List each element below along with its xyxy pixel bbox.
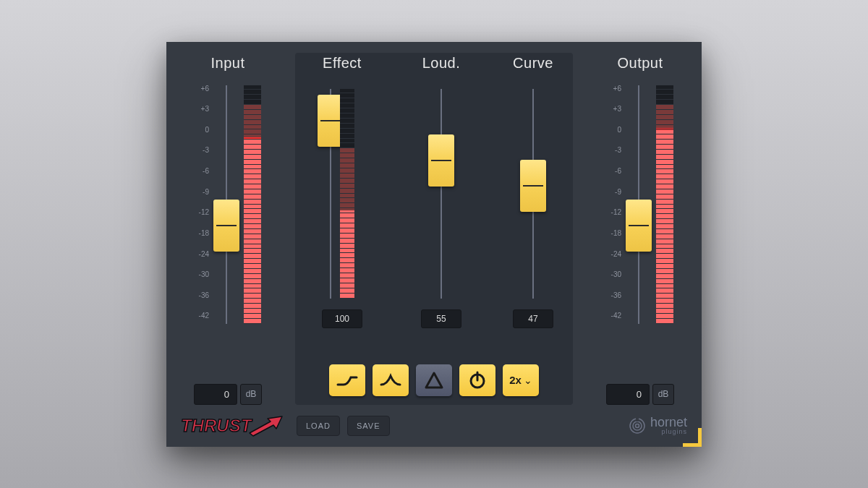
input-slider-track[interactable]	[226, 85, 227, 324]
output-meter	[656, 85, 673, 324]
peak-icon	[380, 373, 401, 388]
thrust-logo: THRUST	[181, 411, 289, 440]
output-scale: +6+30-3-6-9-12-18-24-30-36-42	[607, 82, 621, 320]
delta-icon	[424, 371, 444, 390]
output-slider-track[interactable]	[638, 85, 639, 324]
main-columns: Input +6+30-3-6-9-12-18-24-30-36-42 0 dB	[166, 42, 702, 405]
peak-button[interactable]	[373, 364, 409, 396]
output-value[interactable]: 0	[606, 384, 650, 405]
save-button[interactable]: SAVE	[347, 416, 390, 436]
curve-value[interactable]: 47	[513, 309, 553, 328]
svg-point-3	[633, 421, 642, 430]
resize-corner[interactable]	[683, 428, 702, 447]
delta-button[interactable]	[416, 364, 452, 396]
input-unit: dB	[240, 384, 262, 405]
effect-group: Effect 100	[310, 53, 375, 354]
load-button[interactable]: LOAD	[297, 416, 340, 436]
footer: THRUST LOAD SAVE hornet plugins	[166, 405, 702, 447]
curve-group: Curve 47	[508, 53, 558, 354]
power-icon	[468, 371, 487, 390]
oversample-button[interactable]: 2x ⌄	[503, 364, 539, 396]
input-scale: +6+30-3-6-9-12-18-24-30-36-42	[195, 82, 209, 320]
effect-label: Effect	[323, 53, 362, 74]
output-unit: dB	[652, 384, 674, 405]
chevron-down-icon: ⌄	[524, 374, 532, 386]
input-meter	[244, 85, 261, 324]
input-value[interactable]: 0	[194, 384, 237, 405]
lowshelf-button[interactable]	[329, 364, 365, 396]
loud-slider-track[interactable]	[441, 89, 442, 299]
loud-value[interactable]: 55	[421, 309, 461, 328]
input-section: Input +6+30-3-6-9-12-18-24-30-36-42 0 dB	[166, 53, 289, 405]
effect-meter	[340, 89, 354, 299]
effect-value[interactable]: 100	[322, 309, 362, 328]
lowshelf-icon	[336, 373, 358, 388]
plugin-window: Input +6+30-3-6-9-12-18-24-30-36-42 0 dB	[166, 42, 702, 447]
brand-logo: hornet plugins	[629, 416, 687, 435]
oversample-label: 2x	[509, 374, 522, 386]
brand-name: hornet	[650, 416, 687, 429]
loud-label: Loud.	[422, 53, 461, 74]
svg-point-4	[635, 424, 639, 427]
mode-buttons: 2x ⌄	[310, 364, 558, 396]
output-slider-handle[interactable]	[626, 200, 652, 252]
arrow-icon	[247, 413, 287, 438]
loud-group: Loud. 55	[416, 53, 467, 354]
curve-label: Curve	[513, 53, 553, 74]
effect-slider-track[interactable]	[330, 89, 331, 299]
power-button[interactable]	[459, 364, 495, 396]
brand-icon	[629, 417, 646, 435]
input-slider-handle[interactable]	[213, 200, 239, 252]
curve-slider-handle[interactable]	[520, 160, 546, 212]
output-section: Output +6+30-3-6-9-12-18-24-30-36-42 0 d	[579, 53, 702, 405]
center-section: Effect 100	[295, 53, 573, 405]
output-label: Output	[617, 53, 663, 74]
input-label: Input	[211, 53, 245, 74]
brand-sub: plugins	[650, 429, 687, 435]
logo-text: THRUST	[181, 416, 251, 436]
curve-slider-track[interactable]	[532, 89, 534, 299]
loud-slider-handle[interactable]	[428, 134, 454, 187]
